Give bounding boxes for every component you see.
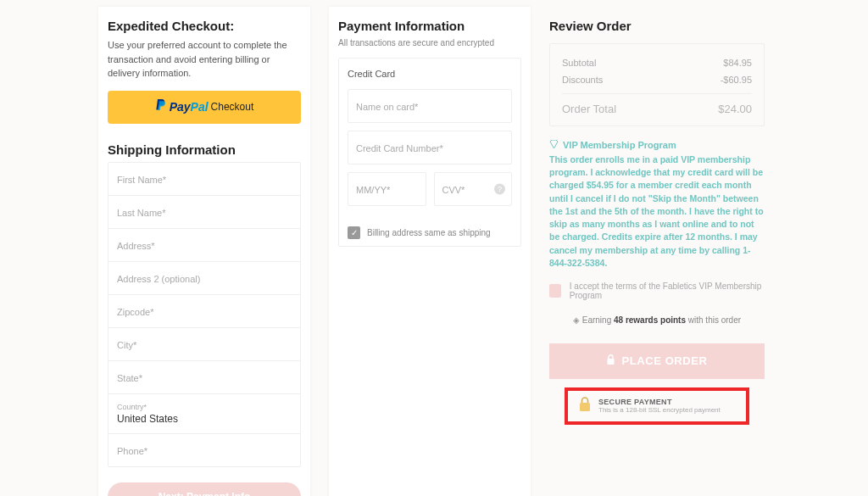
secure-title: SECURE PAYMENT (598, 398, 721, 406)
earning-points: 48 rewards points (614, 315, 686, 325)
next-payment-button[interactable]: Next: Payment Info (108, 482, 301, 497)
secure-payment-callout: SECURE PAYMENT This is a 128-bit SSL enc… (565, 387, 749, 425)
card-number-field[interactable] (356, 143, 504, 153)
total-label: Order Total (562, 103, 616, 115)
svg-rect-0 (608, 359, 615, 365)
billing-same-checkbox[interactable]: ✓ (348, 226, 360, 239)
earning-pre: Earning (582, 315, 614, 325)
last-name-field[interactable] (117, 208, 292, 218)
expedited-subtext: Use your preferred account to complete t… (108, 38, 301, 81)
country-label: Country* (117, 403, 292, 411)
credit-card-header: Credit Card (339, 59, 520, 89)
name-on-card-field[interactable] (356, 102, 504, 112)
diamond-icon (549, 140, 559, 150)
place-order-label: PLACE ORDER (621, 354, 707, 367)
phone-field[interactable] (117, 446, 292, 456)
subtotal-label: Subtotal (562, 58, 596, 68)
paypal-checkout-button[interactable]: PayPal Checkout (108, 91, 301, 124)
discounts-value: -$60.95 (721, 75, 752, 85)
vip-program-text: This order enrolls me in a paid VIP memb… (549, 153, 765, 270)
first-name-field[interactable] (117, 175, 292, 185)
shipping-column: Expedited Checkout: Use your preferred a… (98, 7, 310, 496)
padlock-icon (578, 397, 592, 415)
tag-icon: ◈ (573, 315, 580, 325)
country-field[interactable]: Country* United States (108, 394, 300, 434)
paypal-text-pay: Pay (170, 100, 191, 114)
paypal-checkout-label: Checkout (211, 101, 254, 113)
expiry-field[interactable] (356, 185, 418, 195)
rewards-points-row: ◈ Earning 48 rewards points with this or… (549, 315, 765, 325)
discounts-label: Discounts (562, 75, 603, 85)
vip-program-heading: VIP Membership Program (549, 140, 765, 150)
zipcode-field[interactable] (117, 307, 292, 317)
paypal-text-pal: Pal (191, 100, 209, 114)
review-column: Review Order Subtotal $84.95 Discounts -… (549, 7, 765, 496)
state-field[interactable] (117, 373, 292, 383)
secure-sub: This is a 128-bit SSL encrypted payment (598, 406, 721, 414)
country-value: United States (117, 413, 292, 425)
order-summary: Subtotal $84.95 Discounts -$60.95 Order … (549, 43, 765, 126)
billing-same-label: Billing address same as shipping (367, 228, 491, 237)
payment-title: Payment Information (338, 19, 521, 33)
lock-icon (606, 354, 615, 368)
review-title: Review Order (549, 19, 765, 33)
expedited-title: Expedited Checkout: (108, 19, 301, 33)
cvv-help-icon[interactable]: ? (494, 184, 505, 195)
payment-column: Payment Information All transactions are… (329, 7, 531, 496)
subtotal-value: $84.95 (723, 58, 752, 68)
svg-rect-1 (580, 403, 590, 411)
vip-program-title: VIP Membership Program (563, 140, 676, 150)
accept-terms-checkbox[interactable] (549, 284, 561, 298)
credit-card-panel: Credit Card ? ✓ Billing address same as … (338, 58, 521, 247)
shipping-title: Shipping Information (108, 142, 301, 157)
address2-field[interactable] (117, 274, 292, 284)
total-value: $24.00 (718, 103, 752, 115)
accept-terms-label: I accept the terms of the Fabletics VIP … (570, 281, 765, 300)
payment-subtext: All transactions are secure and encrypte… (338, 38, 521, 47)
place-order-button[interactable]: PLACE ORDER (549, 343, 765, 379)
city-field[interactable] (117, 340, 292, 350)
shipping-form: Country* United States (108, 162, 301, 467)
address-field[interactable] (117, 241, 292, 251)
paypal-logo-icon (155, 99, 167, 115)
earning-post: with this order (686, 315, 741, 325)
